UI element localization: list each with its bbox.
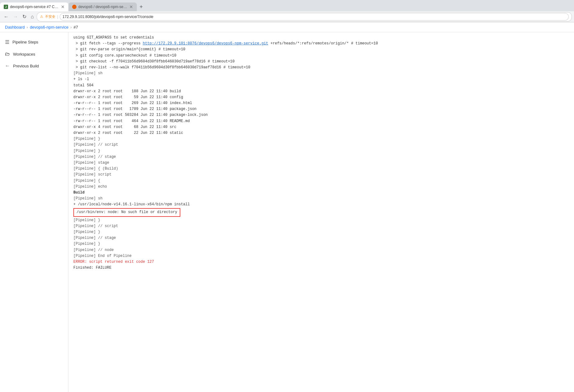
console-line: [Pipeline] }: [73, 241, 569, 247]
console-line: > git fetch --tags --progress http://172…: [73, 41, 569, 47]
tab-close-2[interactable]: ✕: [129, 4, 133, 9]
security-warning-text: 不安全: [45, 14, 55, 19]
console-line: total 504: [73, 83, 569, 89]
console-line: [Pipeline] }: [73, 148, 569, 154]
console-line: > git rev-list --no-walk f70411b56d9604d…: [73, 65, 569, 71]
reload-button[interactable]: ↻: [21, 12, 28, 21]
breadcrumb-sep-1: ›: [27, 25, 28, 30]
sidebar-pipeline-steps-label: Pipeline Steps: [12, 40, 38, 44]
console-line: [Pipeline] // node: [73, 247, 569, 253]
console-line: [Pipeline] }: [73, 136, 569, 142]
home-button[interactable]: ⌂: [30, 13, 35, 21]
console-line: -rw-r--r-- 1 root root 1709 Jun 22 11:40…: [73, 106, 569, 112]
sidebar: ☰ Pipeline Steps 🗁 Workspaces ← Previous…: [0, 32, 68, 392]
console-line: [Pipeline] { (Build): [73, 166, 569, 172]
console-line: drwxr-xr-x 2 root root 22 Jun 22 11:40 s…: [73, 130, 569, 136]
new-tab-button[interactable]: +: [137, 2, 146, 11]
console-line: > git checkout -f f70411b56d9604d30f8fbb…: [73, 59, 569, 65]
tab-label-1: devops6-npm-service #7 Con...: [10, 5, 59, 9]
console-output: using GIT_ASKPASS to set credentials > g…: [68, 32, 574, 392]
console-line: [Pipeline] // script: [73, 142, 569, 148]
back-button[interactable]: ←: [2, 13, 10, 21]
console-line: + ls -l: [73, 76, 569, 82]
tab-bar: J devops6-npm-service #7 Con... ✕ devops…: [0, 0, 574, 11]
list-icon: ☰: [5, 39, 9, 45]
console-line: [Pipeline] {: [73, 178, 569, 184]
sidebar-previous-build-label: Previous Build: [13, 64, 39, 68]
tab-active[interactable]: J devops6-npm-service #7 Con... ✕: [0, 2, 68, 11]
app-container: Dashboard › devops6-npm-service › #7 ☰ P…: [0, 22, 574, 392]
console-line: drwxr-xr-x 2 root root 59 Jun 22 11:40 c…: [73, 94, 569, 100]
console-line: [Pipeline] echo: [73, 184, 569, 190]
sidebar-item-previous-build[interactable]: ← Previous Build: [0, 60, 68, 72]
console-line: [Pipeline] }: [73, 229, 569, 235]
console-line: [Pipeline] End of Pipeline: [73, 253, 569, 259]
address-input[interactable]: [60, 13, 568, 20]
console-line-finished: Finished: FAILURE: [73, 265, 569, 271]
console-line: [Pipeline] // stage: [73, 154, 569, 160]
main-layout: ☰ Pipeline Steps 🗁 Workspaces ← Previous…: [0, 32, 574, 392]
console-line-error-text: ERROR: script returned exit code 127: [73, 259, 569, 265]
console-line: [Pipeline] sh: [73, 71, 569, 76]
address-separator: |: [57, 14, 58, 19]
error-box-text: /usr/bin/env: node: No such file or dire…: [73, 208, 180, 217]
address-bar: ← → ↻ ⌂ ⚠ 不安全 |: [0, 11, 574, 22]
console-line: [Pipeline] // stage: [73, 235, 569, 241]
breadcrumb: Dashboard › devops6-npm-service › #7: [0, 22, 574, 32]
tab-favicon-1: J: [4, 5, 8, 9]
security-warning-icon: ⚠: [40, 15, 43, 19]
browser-chrome: J devops6-npm-service #7 Con... ✕ devops…: [0, 0, 574, 22]
console-line: -rw-r--r-- 1 root root 503284 Jun 22 11:…: [73, 112, 569, 118]
console-line: [Pipeline] script: [73, 172, 569, 178]
breadcrumb-sep-2: ›: [70, 25, 72, 30]
tab-favicon-2: [72, 5, 76, 9]
tab-label-2: devops6 / devops6-npm-servi...: [78, 5, 127, 9]
console-line: [Pipeline] sh: [73, 196, 569, 202]
console-line: [Pipeline] // script: [73, 223, 569, 229]
tab-inactive[interactable]: devops6 / devops6-npm-servi... ✕: [68, 2, 137, 11]
console-line: drwxr-xr-x 2 root root 188 Jun 22 11:40 …: [73, 89, 569, 94]
sidebar-workspaces-label: Workspaces: [13, 52, 35, 57]
console-line: > git rev-parse origin/main^{commit} # t…: [73, 47, 569, 52]
console-line-error: /usr/bin/env: node: No such file or dire…: [73, 208, 569, 217]
console-line: + /usr/local/node-v14.16.1-linux-x64/bin…: [73, 202, 569, 207]
folder-icon: 🗁: [5, 51, 10, 57]
console-line: -rw-r--r-- 1 root root 269 Jun 22 11:40 …: [73, 100, 569, 106]
console-line: using GIT_ASKPASS to set credentials: [73, 35, 569, 41]
console-line: drwxr-xr-x 4 root root 68 Jun 22 11:40 s…: [73, 124, 569, 130]
console-line: -rw-r--r-- 1 root root 464 Jun 22 11:40 …: [73, 118, 569, 124]
git-url-link[interactable]: http://172.29.9.101:8076/devops6/devops6…: [143, 41, 268, 46]
breadcrumb-build-number: #7: [74, 25, 78, 30]
breadcrumb-dashboard[interactable]: Dashboard: [5, 25, 25, 30]
arrow-left-icon: ←: [5, 63, 10, 69]
console-line: [Pipeline] stage: [73, 160, 569, 166]
forward-button[interactable]: →: [12, 13, 19, 21]
breadcrumb-service[interactable]: devops6-npm-service: [30, 25, 68, 30]
console-line: [Pipeline] }: [73, 217, 569, 223]
console-line-build: Build: [73, 190, 569, 196]
console-line: > git config core.sparsecheckout # timeo…: [73, 53, 569, 59]
tab-close-1[interactable]: ✕: [61, 4, 65, 9]
sidebar-item-pipeline-steps[interactable]: ☰ Pipeline Steps: [0, 36, 68, 48]
sidebar-item-workspaces[interactable]: 🗁 Workspaces: [0, 48, 68, 60]
